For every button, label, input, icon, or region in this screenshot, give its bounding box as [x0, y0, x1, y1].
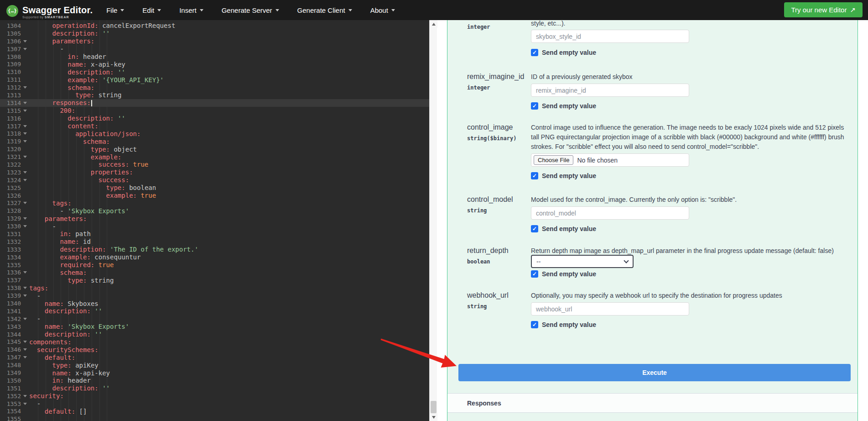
send-empty-checkbox[interactable]: ✓	[531, 172, 538, 179]
code-line-1310[interactable]: 1310 description: ''	[0, 68, 429, 76]
code-line-1342[interactable]: 1342 -	[0, 315, 429, 323]
menu-insert[interactable]: Insert	[179, 6, 203, 14]
param-input-remix-imagine-id[interactable]	[531, 84, 689, 97]
code-line-1324[interactable]: 1324 success:	[0, 176, 429, 184]
execute-button[interactable]: Execute	[458, 364, 851, 381]
scroll-down-button[interactable]	[430, 413, 437, 421]
code-line-1338[interactable]: 1338tags:	[0, 284, 429, 292]
code-line-1351[interactable]: 1351 description: ''	[0, 384, 429, 392]
fold-arrow-icon[interactable]	[21, 318, 29, 320]
code-line-1328[interactable]: 1328 - 'Skybox Exports'	[0, 207, 429, 215]
fold-arrow-icon[interactable]	[21, 395, 29, 397]
send-empty-checkbox[interactable]: ✓	[531, 270, 538, 278]
code-line-1319[interactable]: 1319 schema:	[0, 137, 429, 145]
code-line-1325[interactable]: 1325 type: boolean	[0, 184, 429, 192]
code-line-1353[interactable]: 1353 -	[0, 400, 429, 408]
code-line-1312[interactable]: 1312 schema:	[0, 84, 429, 91]
code-line-1306[interactable]: 1306 parameters:	[0, 37, 429, 45]
code-line-1333[interactable]: 1333 description: 'The ID of the export.…	[0, 246, 429, 253]
code-line-1349[interactable]: 1349 name: x-api-key	[0, 369, 429, 377]
yaml-code-editor[interactable]: 1304 operationId: cancelExportRequest130…	[0, 20, 429, 421]
code-line-1346[interactable]: 1346 securitySchemes:	[0, 346, 429, 353]
fold-arrow-icon[interactable]	[21, 341, 29, 343]
fold-arrow-icon[interactable]	[21, 295, 29, 297]
code-line-1350[interactable]: 1350 in: header	[0, 377, 429, 384]
code-line-1308[interactable]: 1308 in: header	[0, 53, 429, 61]
editor-scrollbar[interactable]	[429, 20, 437, 421]
code-line-1327[interactable]: 1327 tags:	[0, 199, 429, 207]
code-line-1315[interactable]: 1315 200:	[0, 107, 429, 115]
code-line-1339[interactable]: 1339 -	[0, 292, 429, 300]
scroll-up-button[interactable]	[430, 20, 437, 28]
fold-arrow-icon[interactable]	[21, 287, 29, 289]
code-line-1309[interactable]: 1309 name: x-api-key	[0, 60, 429, 68]
fold-arrow-icon[interactable]	[21, 225, 29, 227]
code-line-1320[interactable]: 1320 type: object	[0, 145, 429, 153]
code-line-1340[interactable]: 1340 name: Skyboxes	[0, 300, 429, 307]
code-line-1336[interactable]: 1336 schema:	[0, 269, 429, 277]
code-line-1330[interactable]: 1330 -	[0, 222, 429, 230]
code-line-1318[interactable]: 1318 application/json:	[0, 130, 429, 137]
fold-arrow-icon[interactable]	[21, 140, 29, 142]
code-line-1331[interactable]: 1331 in: path	[0, 230, 429, 238]
param-input-webhook-url[interactable]	[531, 302, 689, 316]
code-line-1354[interactable]: 1354 default: []	[0, 408, 429, 416]
code-line-1323[interactable]: 1323 properties:	[0, 168, 429, 176]
fold-arrow-icon[interactable]	[21, 86, 29, 89]
code-line-1305[interactable]: 1305 description: ''	[0, 30, 429, 37]
send-empty-checkbox[interactable]: ✓	[531, 102, 538, 110]
code-line-1316[interactable]: 1316 description: ''	[0, 115, 429, 122]
param-select-return-depth[interactable]: --	[531, 255, 634, 268]
fold-arrow-icon[interactable]	[21, 403, 29, 405]
fold-arrow-icon[interactable]	[21, 348, 29, 351]
fold-arrow-icon[interactable]	[21, 202, 29, 204]
code-line-1322[interactable]: 1322 success: true	[0, 161, 429, 168]
code-line-1352[interactable]: 1352security:	[0, 392, 429, 400]
fold-arrow-icon[interactable]	[21, 171, 29, 174]
code-line-1341[interactable]: 1341 description: ''	[0, 307, 429, 315]
scrollbar-thumb[interactable]	[431, 401, 437, 413]
code-line-1332[interactable]: 1332 name: id	[0, 238, 429, 246]
menu-generate-client[interactable]: Generate Client	[297, 6, 352, 14]
menu-file[interactable]: File	[106, 6, 124, 14]
code-line-1314[interactable]: 1314 responses:	[0, 99, 429, 107]
code-line-1348[interactable]: 1348 type: apiKey	[0, 361, 429, 369]
fold-arrow-icon[interactable]	[21, 356, 29, 358]
menu-about[interactable]: About	[370, 6, 395, 14]
code-line-1335[interactable]: 1335 required: true	[0, 261, 429, 269]
menu-generate-server[interactable]: Generate Server	[222, 6, 279, 14]
code-line-1326[interactable]: 1326 example: true	[0, 192, 429, 200]
code-line-1337[interactable]: 1337 type: string	[0, 276, 429, 284]
fold-arrow-icon[interactable]	[21, 125, 29, 127]
file-input-control-image[interactable]: Choose FileNo file chosen	[531, 153, 689, 167]
code-line-1317[interactable]: 1317 content:	[0, 122, 429, 130]
fold-arrow-icon[interactable]	[21, 40, 29, 42]
try-new-editor-button[interactable]: Try our new Editor ↗	[784, 2, 863, 17]
code-line-1355[interactable]: 1355	[0, 415, 429, 421]
code-line-1334[interactable]: 1334 example: consequuntur	[0, 253, 429, 261]
code-line-1311[interactable]: 1311 example: '{YOUR_API_KEY}'	[0, 76, 429, 84]
param-input-control-model[interactable]	[531, 206, 689, 220]
send-empty-checkbox[interactable]: ✓	[531, 49, 538, 56]
code-line-1304[interactable]: 1304 operationId: cancelExportRequest	[0, 22, 429, 30]
code-line-1307[interactable]: 1307 -	[0, 45, 429, 53]
code-line-1321[interactable]: 1321 example:	[0, 153, 429, 161]
fold-arrow-icon[interactable]	[21, 271, 29, 274]
send-empty-checkbox[interactable]: ✓	[531, 321, 538, 328]
fold-arrow-icon[interactable]	[21, 132, 29, 135]
code-line-1344[interactable]: 1344 description: ''	[0, 331, 429, 338]
menu-edit[interactable]: Edit	[142, 6, 161, 14]
param-input-skybox-style-id[interactable]	[531, 30, 689, 43]
fold-arrow-icon[interactable]	[21, 179, 29, 181]
code-line-1347[interactable]: 1347 default:	[0, 353, 429, 361]
fold-arrow-icon[interactable]	[21, 110, 29, 112]
choose-file-button[interactable]: Choose File	[534, 155, 573, 165]
fold-arrow-icon[interactable]	[21, 156, 29, 158]
code-line-1313[interactable]: 1313 type: string	[0, 91, 429, 99]
code-line-1345[interactable]: 1345components:	[0, 338, 429, 346]
code-line-1343[interactable]: 1343 name: 'Skybox Exports'	[0, 323, 429, 331]
fold-arrow-icon[interactable]	[21, 48, 29, 50]
fold-arrow-icon[interactable]	[21, 102, 29, 104]
send-empty-checkbox[interactable]: ✓	[531, 225, 538, 232]
code-line-1329[interactable]: 1329 parameters:	[0, 215, 429, 222]
